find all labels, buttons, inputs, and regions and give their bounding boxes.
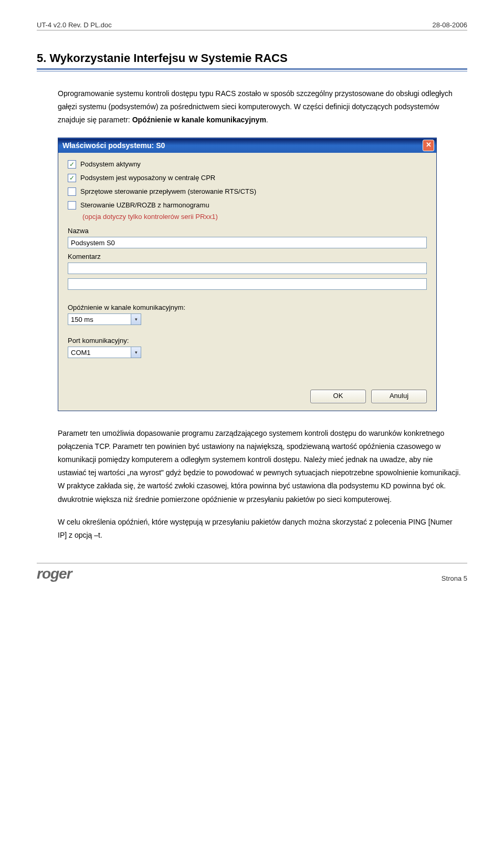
paragraph-1: Oprogramowanie systemu kontroli dostępu … [58,87,462,127]
logo: roger [37,566,72,582]
name-input[interactable]: Podsystem S0 [68,237,427,248]
checkbox-label: Sterowanie UZBR/ROZB z harmonogramu [80,201,209,209]
section-number: 5. [37,51,46,65]
paragraph-2: Parametr ten umożliwia dopasowanie progr… [58,427,462,506]
checkbox-icon [68,201,76,210]
checkbox-active[interactable]: ✓ Podsystem aktywny [68,160,427,169]
delay-value[interactable]: 150 ms [68,313,131,325]
comment-input-1[interactable] [68,263,427,274]
checkbox-icon: ✓ [68,160,76,169]
close-icon[interactable]: ✕ [423,140,434,151]
chevron-down-icon[interactable]: ▾ [131,347,141,358]
page-header: UT-4 v2.0 Rev. D PL.doc 28-08-2006 [37,21,467,30]
checkbox-label: Sprzętowe sterowanie przepływem (sterowa… [80,187,256,195]
param-name-bold: Opóźnienie w kanale komunikacyjnym [132,116,266,124]
delay-label: Opóźnienie w kanale komunikacyjnym: [68,303,427,311]
chevron-down-icon[interactable]: ▾ [131,313,141,325]
port-value[interactable]: COM1 [68,347,131,358]
ok-button[interactable]: OK [310,390,366,403]
cancel-button[interactable]: Anuluj [371,390,427,403]
checkbox-label: Podsystem jest wyposażony w centralę CPR [80,174,215,182]
page-footer: roger Strona 5 [37,563,467,582]
heading-underline [37,68,467,71]
checkbox-label: Podsystem aktywny [80,160,141,168]
checkbox-rtscts[interactable]: Sprzętowe sterowanie przepływem (sterowa… [68,187,427,196]
paragraph-3: W celu określenia opóźnień, które występ… [58,516,462,542]
comment-input-2[interactable] [68,278,427,290]
port-combo[interactable]: COM1 ▾ [68,347,141,358]
comment-label: Komentarz [68,253,427,260]
dialog-titlebar[interactable]: Właściwości podsystemu: S0 ✕ [58,138,436,153]
doc-date: 28-08-2006 [433,21,468,29]
port-label: Port komunikacyjny: [68,337,427,344]
checkbox-icon: ✓ [68,174,76,182]
checkbox-cpr[interactable]: ✓ Podsystem jest wyposażony w centralę C… [68,174,427,182]
option-note: (opcja dotyczy tylko kontrolerów serii P… [82,213,427,221]
checkbox-icon [68,187,76,196]
page-number: Strona 5 [442,574,467,582]
properties-dialog: Właściwości podsystemu: S0 ✕ ✓ Podsystem… [58,138,437,411]
section-heading: 5. Wykorzystanie Interfejsu w Systemie R… [37,51,467,65]
section-title: Wykorzystanie Interfejsu w Systemie RACS [49,51,287,65]
dialog-title: Właściwości podsystemu: S0 [62,141,165,150]
doc-filename: UT-4 v2.0 Rev. D PL.doc [37,21,112,29]
name-label: Nazwa [68,227,427,235]
checkbox-uzbr[interactable]: Sterowanie UZBR/ROZB z harmonogramu [68,201,427,210]
delay-combo[interactable]: 150 ms ▾ [68,313,141,325]
